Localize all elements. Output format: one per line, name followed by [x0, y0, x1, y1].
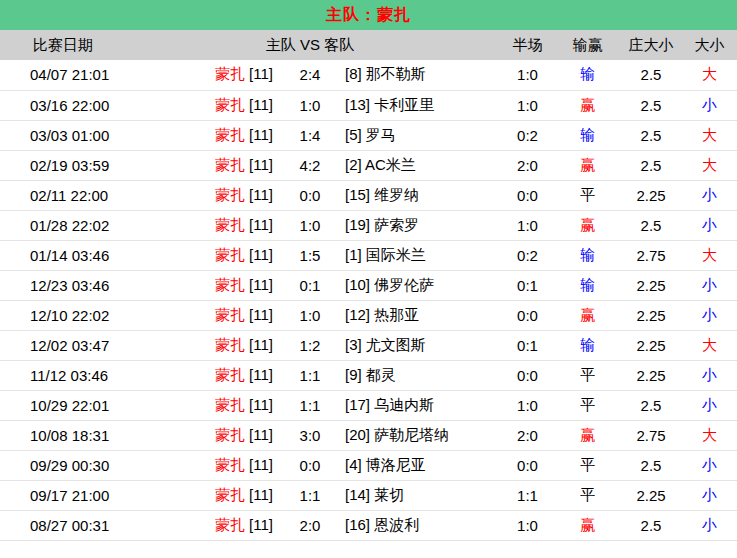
table-row: 08/27 00:31 蒙扎 [11] 2:0 [16] 恩波利 1:0 赢 2…: [0, 510, 737, 540]
over-under-result: 大: [682, 120, 737, 150]
match-history-table: 比赛日期 主队 VS 客队 半场 输赢 庄大小 大小 04/07 21:01 蒙…: [0, 30, 737, 541]
home-team-cell: 蒙扎 [11]: [170, 360, 285, 390]
away-team-cell: [9] 都灵: [335, 360, 500, 390]
home-team-banner: 主队：蒙扎: [0, 0, 737, 30]
half-time-score: 0:0: [500, 360, 555, 390]
home-team-rank: [11]: [249, 186, 273, 203]
full-time-score: 1:5: [285, 240, 335, 270]
handicap-line: 2.5: [620, 120, 682, 150]
home-team-cell: 蒙扎 [11]: [170, 60, 285, 90]
away-team-cell: [3] 尤文图斯: [335, 330, 500, 360]
home-team-name: 蒙扎: [215, 456, 245, 473]
table-row: 12/10 22:02 蒙扎 [11] 1:0 [12] 热那亚 0:0 赢 2…: [0, 300, 737, 330]
home-team-cell: 蒙扎 [11]: [170, 240, 285, 270]
over-under-result: 大: [682, 240, 737, 270]
win-loss-result: 输: [555, 120, 620, 150]
match-date: 12/23 03:46: [0, 270, 170, 300]
match-date: 02/19 03:59: [0, 150, 170, 180]
away-team-cell: [5] 罗马: [335, 120, 500, 150]
away-team-cell: [4] 博洛尼亚: [335, 450, 500, 480]
over-under-result: 小: [682, 510, 737, 540]
home-team-name: 蒙扎: [215, 486, 245, 503]
col-header-result: 输赢: [555, 30, 620, 60]
home-team-name: 蒙扎: [215, 336, 245, 353]
match-date: 03/16 22:00: [0, 90, 170, 120]
table-row: 09/17 21:00 蒙扎 [11] 1:1 [14] 莱切 1:1 平 2.…: [0, 480, 737, 510]
home-team-name: 蒙扎: [215, 366, 245, 383]
home-team-cell: 蒙扎 [11]: [170, 420, 285, 450]
table-row: 03/03 01:00 蒙扎 [11] 1:4 [5] 罗马 0:2 输 2.5…: [0, 120, 737, 150]
table-header: 比赛日期 主队 VS 客队 半场 输赢 庄大小 大小: [0, 30, 737, 60]
home-team-rank: [11]: [249, 456, 273, 473]
home-team-cell: 蒙扎 [11]: [170, 330, 285, 360]
handicap-line: 2.25: [620, 360, 682, 390]
table-row: 01/28 22:02 蒙扎 [11] 1:0 [19] 萨索罗 1:0 赢 2…: [0, 210, 737, 240]
handicap-line: 2.25: [620, 330, 682, 360]
half-time-score: 0:0: [500, 450, 555, 480]
win-loss-result: 输: [555, 330, 620, 360]
win-loss-result: 输: [555, 60, 620, 90]
away-team-cell: [10] 佛罗伦萨: [335, 270, 500, 300]
home-team-rank: [11]: [249, 366, 273, 383]
win-loss-result: 赢: [555, 420, 620, 450]
win-loss-result: 赢: [555, 300, 620, 330]
home-team-rank: [11]: [249, 306, 273, 323]
half-time-score: 1:0: [500, 60, 555, 90]
home-team-cell: 蒙扎 [11]: [170, 480, 285, 510]
away-team-cell: [14] 莱切: [335, 480, 500, 510]
home-team-cell: 蒙扎 [11]: [170, 450, 285, 480]
win-loss-result: 平: [555, 480, 620, 510]
col-header-date: 比赛日期: [0, 30, 170, 60]
home-team-rank: [11]: [249, 396, 273, 413]
full-time-score: 1:0: [285, 90, 335, 120]
home-team-rank: [11]: [249, 126, 273, 143]
full-time-score: 1:2: [285, 330, 335, 360]
win-loss-result: 输: [555, 270, 620, 300]
over-under-result: 小: [682, 90, 737, 120]
half-time-score: 0:1: [500, 330, 555, 360]
table-row: 10/08 18:31 蒙扎 [11] 3:0 [20] 萨勒尼塔纳 2:0 赢…: [0, 420, 737, 450]
handicap-line: 2.5: [620, 60, 682, 90]
full-time-score: 1:4: [285, 120, 335, 150]
half-time-score: 0:0: [500, 300, 555, 330]
handicap-line: 2.25: [620, 480, 682, 510]
handicap-line: 2.5: [620, 450, 682, 480]
home-team-cell: 蒙扎 [11]: [170, 270, 285, 300]
half-time-score: 1:0: [500, 390, 555, 420]
home-team-cell: 蒙扎 [11]: [170, 210, 285, 240]
handicap-line: 2.5: [620, 150, 682, 180]
home-team-cell: 蒙扎 [11]: [170, 300, 285, 330]
over-under-result: 小: [682, 450, 737, 480]
home-team-name: 蒙扎: [215, 96, 245, 113]
home-team-name: 蒙扎: [215, 306, 245, 323]
home-team-rank: [11]: [249, 96, 273, 113]
table-row: 11/12 03:46 蒙扎 [11] 1:1 [9] 都灵 0:0 平 2.2…: [0, 360, 737, 390]
home-team-rank: [11]: [249, 65, 273, 82]
col-header-half: 半场: [500, 30, 555, 60]
home-team-name: 蒙扎: [215, 516, 245, 533]
home-team-rank: [11]: [249, 276, 273, 293]
away-team-cell: [1] 国际米兰: [335, 240, 500, 270]
over-under-result: 小: [682, 390, 737, 420]
match-date: 03/03 01:00: [0, 120, 170, 150]
win-loss-result: 平: [555, 450, 620, 480]
full-time-score: 1:0: [285, 210, 335, 240]
handicap-line: 2.75: [620, 420, 682, 450]
full-time-score: 4:2: [285, 150, 335, 180]
full-time-score: 0:1: [285, 270, 335, 300]
half-time-score: 2:0: [500, 420, 555, 450]
col-header-match: 主队 VS 客队: [170, 30, 500, 60]
away-team-cell: [8] 那不勒斯: [335, 60, 500, 90]
home-team-name: 蒙扎: [215, 246, 245, 263]
half-time-score: 1:0: [500, 90, 555, 120]
match-date: 04/07 21:01: [0, 60, 170, 90]
half-time-score: 0:0: [500, 180, 555, 210]
home-team-name: 蒙扎: [215, 396, 245, 413]
home-team-rank: [11]: [249, 336, 273, 353]
over-under-result: 大: [682, 60, 737, 90]
win-loss-result: 平: [555, 390, 620, 420]
away-team-cell: [12] 热那亚: [335, 300, 500, 330]
over-under-result: 小: [682, 300, 737, 330]
col-header-handicap: 庄大小: [620, 30, 682, 60]
half-time-score: 0:2: [500, 240, 555, 270]
